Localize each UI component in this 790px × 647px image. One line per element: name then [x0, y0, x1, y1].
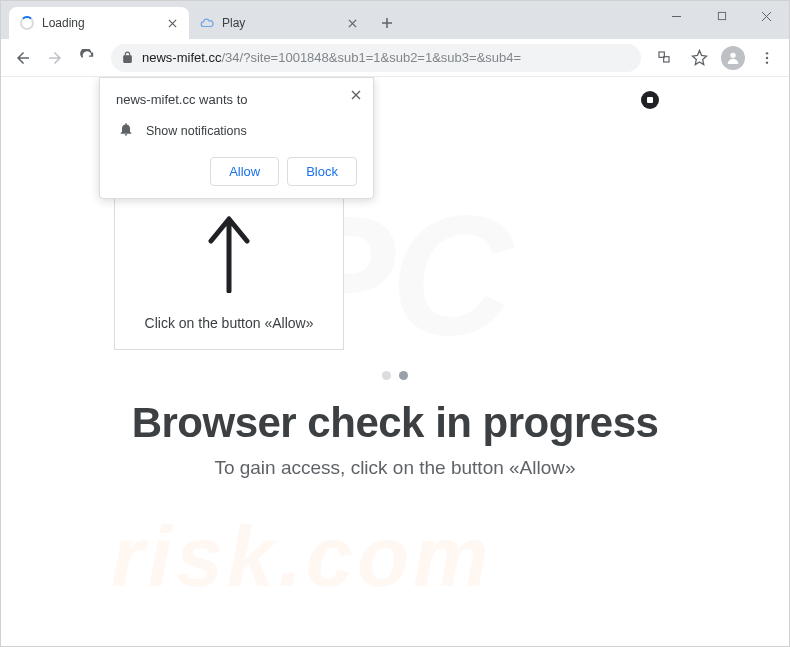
toolbar: news-mifet.cc/34/?site=1001848&sub1=1&su… — [1, 39, 789, 77]
allow-button[interactable]: Allow — [210, 157, 279, 186]
dot — [399, 371, 408, 380]
toolbar-right — [651, 44, 781, 72]
maximize-button[interactable] — [699, 1, 744, 31]
watermark-risk: risk.com — [111, 508, 493, 606]
arrow-up-icon — [206, 213, 252, 297]
forward-button[interactable] — [41, 44, 69, 72]
browser-window: Loading Play — [0, 0, 790, 647]
new-tab-button[interactable] — [373, 9, 401, 37]
heading-text: Browser check in progress — [1, 399, 789, 447]
loader-dots — [382, 371, 408, 380]
dot — [382, 371, 391, 380]
tab-loading[interactable]: Loading — [9, 7, 189, 39]
page-heading: Browser check in progress To gain access… — [1, 399, 789, 479]
tab-title: Loading — [42, 16, 158, 30]
address-bar[interactable]: news-mifet.cc/34/?site=1001848&sub1=1&su… — [111, 44, 641, 72]
page-content: PC risk.com news-mifet.cc wants to Show … — [1, 77, 789, 646]
svg-point-4 — [766, 52, 768, 54]
profile-avatar[interactable] — [719, 44, 747, 72]
bookmark-icon[interactable] — [685, 44, 713, 72]
svg-point-6 — [766, 61, 768, 63]
permission-prompt: news-mifet.cc wants to Show notification… — [99, 77, 374, 199]
callout-text: Click on the button «Allow» — [145, 315, 314, 331]
url-text: news-mifet.cc/34/?site=1001848&sub1=1&su… — [142, 50, 631, 65]
svg-point-3 — [730, 52, 735, 57]
svg-rect-0 — [718, 12, 725, 19]
tab-title: Play — [222, 16, 338, 30]
close-icon[interactable] — [351, 88, 361, 103]
bell-icon — [118, 121, 134, 141]
svg-point-5 — [766, 56, 768, 58]
minimize-button[interactable] — [654, 1, 699, 31]
prompt-actions: Allow Block — [116, 157, 357, 186]
tab-play[interactable]: Play — [189, 7, 369, 39]
cloud-icon — [199, 15, 215, 31]
prompt-origin: news-mifet.cc wants to — [116, 92, 357, 107]
media-indicator-icon[interactable] — [641, 91, 659, 109]
back-button[interactable] — [9, 44, 37, 72]
window-controls — [654, 1, 789, 39]
reload-button[interactable] — [73, 44, 101, 72]
translate-icon[interactable] — [651, 44, 679, 72]
close-icon[interactable] — [165, 16, 179, 30]
spinner-icon — [19, 15, 35, 31]
menu-button[interactable] — [753, 44, 781, 72]
close-button[interactable] — [744, 1, 789, 31]
lock-icon — [121, 51, 134, 64]
permission-label: Show notifications — [146, 124, 247, 138]
callout-box: Click on the button «Allow» — [114, 182, 344, 350]
permission-row: Show notifications — [116, 121, 357, 141]
subheading-text: To gain access, click on the button «All… — [1, 457, 789, 479]
close-icon[interactable] — [345, 16, 359, 30]
block-button[interactable]: Block — [287, 157, 357, 186]
tab-strip: Loading Play — [1, 1, 789, 39]
